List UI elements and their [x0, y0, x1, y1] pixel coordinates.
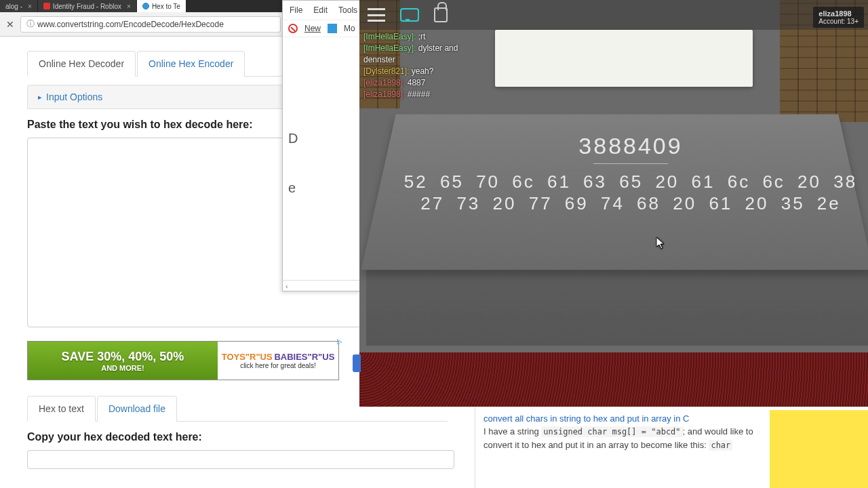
secondary-body-text-2: e [288, 180, 356, 196]
inventory-lock-icon[interactable] [434, 7, 448, 22]
chat-line: [Dylster821]: yeah? [363, 66, 513, 77]
ad-cta: click here for great deals! [240, 362, 316, 369]
input-options-label: Input Options [46, 92, 102, 102]
mo-button[interactable]: Mo [344, 24, 355, 33]
secondary-window: File Edit Tools New Mo D e ‹ [282, 0, 362, 291]
account-name: eliza1898 [818, 9, 859, 18]
tab-hex-to-text[interactable]: Hex to text [27, 396, 96, 422]
menu-file[interactable]: File [290, 5, 302, 15]
pedestal-base [366, 258, 868, 346]
menu-tools[interactable]: Tools [338, 5, 357, 15]
qa-text-1: I have a string [484, 426, 541, 436]
ad-right: TOYS"R"US BABIES"R"US click here for gre… [218, 342, 338, 380]
chat-line: [eliza1898]: 4887 [363, 77, 513, 89]
chat-line: [eliza1898]: ##### [363, 89, 513, 100]
hex-row-1: 52 65 70 6c 61 63 65 20 61 6c 6c 20 38 [400, 171, 861, 192]
puzzle-display: 3888409 52 65 70 6c 61 63 65 20 61 6c 6c… [400, 133, 861, 214]
related-question-panel: convert all chars in string to hex and p… [475, 407, 766, 488]
close-icon[interactable]: × [127, 3, 131, 10]
yellow-sidebar-fragment [770, 410, 868, 488]
qa-link[interactable]: convert all chars in string to hex and p… [484, 413, 689, 424]
url-text: www.convertstring.com/EncodeDecode/HexDe… [37, 20, 224, 29]
hex-output-textarea[interactable] [27, 450, 454, 469]
chat-line: [ImHellaEasy]: ;rt [363, 31, 513, 43]
triangle-right-icon: ▸ [38, 93, 42, 102]
new-button[interactable]: New [304, 24, 321, 33]
menu-edit[interactable]: Edit [313, 5, 328, 15]
url-input[interactable]: ⓘwww.convertstring.com/EncodeDecode/HexD… [20, 16, 281, 33]
partial-blue-button[interactable] [353, 354, 361, 372]
ad-subhead: AND MORE! [101, 364, 144, 372]
tab-download-file[interactable]: Download file [97, 396, 177, 422]
hex-row-2: 27 73 20 77 69 74 68 20 61 20 35 2e [400, 192, 861, 214]
account-badge[interactable]: eliza1898 Account: 13+ [813, 7, 864, 28]
address-bar: ✕ ⓘwww.convertstring.com/EncodeDecode/He… [0, 12, 285, 37]
qa-code-2: char [709, 440, 732, 451]
spinner-icon [142, 3, 149, 9]
ad-brand-1: TOYS"R"US [222, 352, 273, 362]
tab-2[interactable]: Identity Fraud - Roblox× [38, 0, 137, 12]
mo-icon[interactable] [328, 24, 337, 33]
secondary-body: D e [283, 37, 361, 268]
chat-line: [ImHellaEasy]: dylster and [363, 43, 513, 54]
secondary-toolbar: New Mo [283, 20, 361, 37]
close-icon[interactable]: × [28, 3, 32, 10]
tab-3-label: Hex to Te [152, 3, 180, 10]
tab-2-label: Identity Fraud - Roblox [53, 3, 121, 10]
ad-banner[interactable]: SAVE 30%, 40%, 50% AND MORE! TOYS"R"US B… [27, 341, 339, 380]
ad-left: SAVE 30%, 40%, 50% AND MORE! [28, 350, 218, 372]
ad-headline: SAVE 30%, 40%, 50% [62, 350, 184, 364]
chat-icon[interactable] [400, 8, 419, 22]
stop-icon[interactable]: ✕ [4, 18, 16, 30]
roblox-topbar [359, 0, 868, 30]
secondary-menu-bar: File Edit Tools [283, 1, 361, 20]
secondary-scrollbar[interactable]: ‹ [283, 280, 361, 291]
qa-code-1: unsigned char msg[] = "abcd" [541, 426, 682, 437]
ad-brand-2: BABIES"R"US [274, 352, 334, 362]
display-number: 3888409 [400, 133, 861, 159]
roblox-game-window: eliza1898 Account: 13+ [ImHellaEasy]: ;r… [359, 0, 868, 407]
floor [359, 352, 868, 407]
tab-hex-decoder[interactable]: Online Hex Decoder [27, 51, 136, 77]
secondary-body-text-1: D [288, 131, 356, 146]
chat-line: dennster [363, 54, 513, 66]
copy-label: Copy your hex decoded text here: [27, 431, 448, 443]
tab-1-label: alog - [5, 3, 22, 10]
hamburger-icon[interactable] [368, 8, 385, 22]
roblox-favicon-icon [43, 3, 50, 9]
mouse-cursor-icon [656, 237, 665, 249]
svg-marker-0 [656, 237, 664, 249]
info-icon: ⓘ [26, 18, 35, 30]
tab-3[interactable]: Hex to Te [137, 0, 186, 12]
browser-tab-strip: alog -× Identity Fraud - Roblox× Hex to … [0, 0, 285, 12]
new-doc-icon[interactable] [288, 24, 298, 33]
adchoices-icon[interactable]: ▷ [337, 338, 342, 345]
display-divider [593, 163, 668, 164]
chat-input-panel[interactable] [495, 30, 753, 87]
account-age: Account: 13+ [818, 18, 859, 25]
tab-hex-encoder[interactable]: Online Hex Encoder [137, 51, 245, 77]
tab-1[interactable]: alog -× [0, 0, 38, 12]
chat-log: [ImHellaEasy]: ;rt [ImHellaEasy]: dylste… [363, 31, 513, 100]
